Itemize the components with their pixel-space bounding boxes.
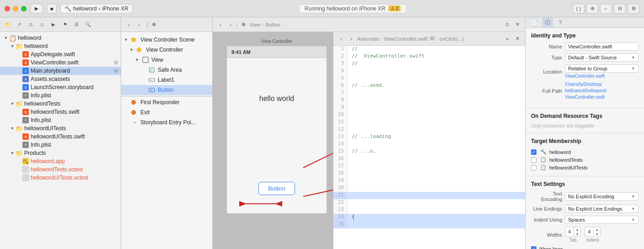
canvas-scene-title: View Controller bbox=[226, 39, 327, 44]
file-hwuitests[interactable]: S hellowordUITests.swift bbox=[0, 132, 121, 141]
tab-up[interactable]: ▲ bbox=[574, 227, 580, 232]
close-button[interactable] bbox=[5, 6, 10, 11]
navigator-file-icon[interactable]: 📁 bbox=[3, 20, 13, 29]
nav-back-arrow[interactable]: ‹ bbox=[125, 21, 133, 29]
navigator-search[interactable]: 🔍 bbox=[83, 20, 93, 29]
nav-add-scene[interactable]: ⊕ bbox=[150, 21, 158, 29]
inspector-help-icon[interactable]: ? bbox=[555, 17, 566, 27]
label1-item[interactable]: L Label1 bbox=[121, 75, 212, 85]
scene-group[interactable]: ▼ View Controller Scene bbox=[121, 35, 212, 45]
indent-stepper[interactable]: 4 ▲ ▼ bbox=[585, 227, 601, 237]
code-line: 8 bbox=[333, 97, 525, 104]
entry-item[interactable]: → Storyboard Entry Poi... bbox=[121, 117, 212, 127]
file-xctest2[interactable]: T hellowordUITests.xctest bbox=[0, 174, 121, 182]
minimize-button[interactable] bbox=[13, 6, 18, 11]
group-products[interactable]: ▼ 📁 Products bbox=[0, 149, 121, 157]
code-line: 5 bbox=[333, 75, 525, 82]
inspector-identity-icon[interactable]: ⓘ bbox=[542, 17, 553, 27]
editor-layout-button[interactable]: ⊟ bbox=[614, 4, 626, 14]
tab-container: 4 ▲ ▼ Tab bbox=[565, 227, 581, 243]
file-appdelegate[interactable]: S AppDelegate.swift bbox=[0, 50, 121, 58]
scene-chevron: ▼ bbox=[124, 37, 130, 42]
canvas-button[interactable]: Button bbox=[258, 182, 295, 195]
target-checkbox-1[interactable]: ✓ bbox=[531, 149, 537, 155]
file-tree: ▼ 📋 helloword ▼ 📁 helloword S AppDelegat… bbox=[0, 32, 121, 249]
indent-up[interactable]: ▲ bbox=[594, 227, 600, 232]
indent-dropdown[interactable]: Spaces ▼ bbox=[565, 216, 639, 224]
stop-button[interactable]: ■ bbox=[47, 4, 57, 14]
viewcontroller-item[interactable]: ▼ View Controller bbox=[121, 45, 212, 55]
target-checkbox-2[interactable] bbox=[531, 157, 537, 163]
navigator-source-control[interactable]: ↗ bbox=[14, 20, 24, 29]
canvas-statusbar: 9:41 AM bbox=[227, 46, 327, 58]
warning-badge[interactable]: ⚠ 2 bbox=[388, 5, 401, 11]
zoom-fit[interactable]: ⚠ bbox=[503, 21, 511, 29]
wraplines-checkbox[interactable]: ✓ bbox=[531, 246, 537, 249]
scene-dot bbox=[130, 36, 139, 44]
code-close[interactable]: ✕ bbox=[513, 35, 521, 43]
navigator-issues[interactable]: ⚠ bbox=[26, 20, 36, 29]
file-infoplist[interactable]: P Info.plist bbox=[0, 91, 121, 100]
assets-icon: A bbox=[22, 75, 29, 83]
view-item[interactable]: ▼ View bbox=[121, 55, 212, 65]
lineendings-dropdown[interactable]: No Explicit Line Endings ▼ bbox=[565, 205, 639, 213]
editor-forward[interactable]: › bbox=[226, 21, 235, 29]
file-infoplist3[interactable]: P Info.plist bbox=[0, 141, 121, 149]
back-button[interactable]: ← bbox=[600, 4, 612, 14]
indent-down[interactable]: ▼ bbox=[594, 232, 600, 236]
code-add[interactable]: + bbox=[503, 35, 511, 43]
file-xctest1[interactable]: T hellowordTests.xctest bbox=[0, 165, 121, 174]
target-checkbox-3[interactable] bbox=[531, 165, 537, 170]
button-item[interactable]: B Button bbox=[121, 85, 212, 95]
add-file-btn[interactable]: ⊕ bbox=[240, 21, 248, 29]
inspector-file-icon[interactable]: 📄 bbox=[529, 17, 540, 27]
file-launchscreen[interactable]: S LaunchScreen.storyboard bbox=[0, 83, 121, 91]
code-back[interactable]: ‹ bbox=[337, 35, 345, 43]
storyboard-canvas[interactable]: View Controller 9:41 AM hello world Butt… bbox=[213, 32, 333, 249]
widths-row: Widths 4 ▲ ▼ Tab bbox=[531, 227, 639, 243]
file-app[interactable]: 🔨 helloword.app bbox=[0, 157, 121, 165]
tab-down[interactable]: ▼ bbox=[574, 232, 580, 236]
navigator-reports[interactable]: ☰ bbox=[71, 20, 81, 29]
library-button[interactable]: ⊕ bbox=[586, 4, 598, 14]
run-button[interactable]: ▶ bbox=[30, 4, 43, 14]
firstresponder-item[interactable]: First Responder bbox=[121, 97, 212, 107]
textsettings-title: Text Settings bbox=[531, 181, 639, 187]
exit-item[interactable]: Exit bbox=[121, 107, 212, 117]
scene-label: View Controller Scene bbox=[140, 37, 195, 43]
group-helloword[interactable]: ▼ 📁 helloword bbox=[0, 42, 121, 50]
location-value-container: Relative to Group ▼ ViewController.swift bbox=[565, 64, 639, 79]
type-dropdown[interactable]: Default - Swift Source ▼ bbox=[565, 53, 639, 62]
group-hellotests[interactable]: ▼ 📁 hellowordTests bbox=[0, 100, 121, 108]
target-row-3: 📋 hellowordUITests bbox=[531, 164, 639, 171]
code-line: 13 // ...loading bbox=[333, 133, 525, 141]
responder-icon bbox=[130, 98, 139, 106]
code-forward[interactable]: › bbox=[347, 35, 355, 43]
encoding-dropdown[interactable]: No Explicit Encoding ▼ bbox=[565, 192, 639, 201]
file-infoplist2[interactable]: P Info.plist bbox=[0, 116, 121, 124]
canvas-hello-text: hello world bbox=[259, 95, 294, 103]
code-editor-toggle[interactable]: { } bbox=[573, 4, 585, 14]
location-dropdown[interactable]: Relative to Group ▼ bbox=[565, 64, 639, 73]
navigator-breakpoints[interactable]: ⚑ bbox=[60, 20, 70, 29]
file-viewcontroller[interactable]: S ViewController.swift M bbox=[0, 58, 121, 67]
split-view-button[interactable]: ⊞ bbox=[628, 4, 639, 14]
type-row: Type Default - Swift Source ▼ bbox=[531, 53, 639, 62]
swift-icon4: S bbox=[22, 133, 29, 140]
nav-forward-arrow[interactable]: › bbox=[135, 21, 143, 29]
file-assets[interactable]: A Assets.xcassets bbox=[0, 75, 121, 83]
wraplines-label: Wrap lines bbox=[539, 246, 563, 249]
file-hwtests[interactable]: S hellowordTests.swift bbox=[0, 108, 121, 116]
tab-stepper[interactable]: 4 ▲ ▼ bbox=[565, 227, 581, 237]
navigator-debug[interactable]: ▶ bbox=[48, 20, 59, 29]
fullscreen-button[interactable] bbox=[21, 6, 27, 11]
root-item[interactable]: ▼ 📋 helloword bbox=[0, 34, 121, 42]
file-mainstoryboard[interactable]: S Main.storyboard M bbox=[0, 67, 121, 75]
safearea-item[interactable]: S Safe Area bbox=[121, 65, 212, 75]
root-label: helloword bbox=[18, 35, 121, 41]
editor-back[interactable]: ‹ bbox=[216, 21, 225, 29]
close-editor[interactable]: ✕ bbox=[513, 21, 521, 29]
group-uitests[interactable]: ▼ 📁 hellowordUITests bbox=[0, 124, 121, 132]
scheme-selector[interactable]: 🔨 helloword › iPhone XR bbox=[60, 4, 133, 13]
navigator-test[interactable]: ◇ bbox=[37, 20, 47, 29]
